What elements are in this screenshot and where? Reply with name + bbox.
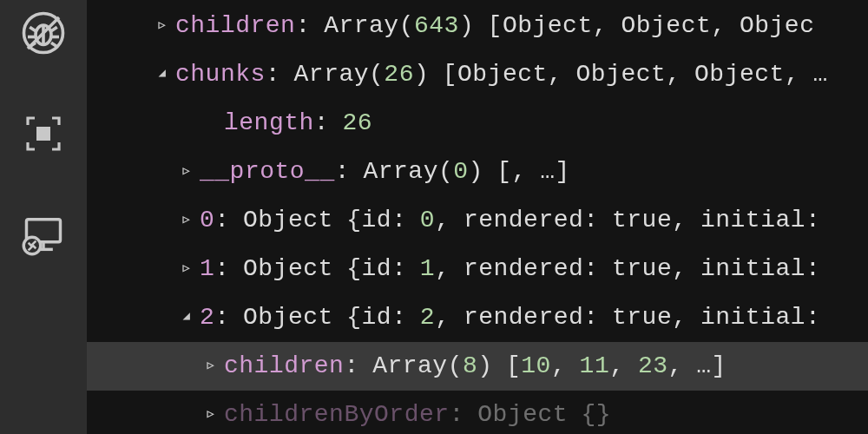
token-punc: ,	[668, 352, 683, 379]
twisty-closed-icon[interactable]: ▹	[149, 14, 175, 39]
token-bool: true	[612, 255, 672, 282]
twisty-closed-icon[interactable]: ▹	[198, 403, 224, 428]
token-punc: :	[314, 109, 329, 136]
token-punc: …	[813, 61, 828, 88]
token-punc: {	[346, 304, 361, 331]
token-num: 23	[638, 352, 668, 379]
token-punc: ,	[785, 61, 799, 88]
twisty-open-icon[interactable]: ◢	[149, 65, 175, 81]
token-type: Object	[477, 401, 568, 428]
token-key: __proto__	[200, 158, 335, 185]
twisty-closed-icon[interactable]: ▹	[174, 160, 200, 185]
token-key: chunks	[175, 61, 266, 88]
tree-row-content: chunks:Array(26)[Object,Object,Object,…	[175, 59, 828, 90]
token-punc: …]	[540, 158, 570, 185]
token-punc: ,	[672, 255, 687, 282]
token-num: 26	[343, 109, 373, 136]
token-key: 1	[200, 255, 214, 282]
token-type: Array	[372, 352, 448, 379]
tree-row-content: length:26	[224, 108, 372, 139]
token-num: 0	[420, 207, 435, 233]
tree-row-content: childrenByOrder:Object{}	[224, 399, 611, 431]
token-type: Object	[694, 61, 785, 88]
token-punc: :	[295, 12, 310, 39]
tree-row-content: __proto__:Array(0)[,…]	[200, 156, 570, 187]
token-punc: [,	[496, 158, 527, 185]
token-punc: {}	[581, 401, 611, 428]
remote-icon[interactable]	[19, 210, 68, 259]
token-punc: )	[459, 12, 474, 39]
token-type: Object	[457, 61, 548, 88]
tree-row-content: 0:Object{id:0,rendered:true,initial:	[200, 205, 820, 236]
token-punc: )	[477, 352, 492, 379]
token-punc: :	[806, 255, 820, 282]
tree-row[interactable]: ◢2:Object{id:2,rendered:true,initial:	[87, 293, 868, 342]
token-punc: [	[488, 12, 503, 39]
token-literal: initial	[700, 207, 806, 233]
token-punc: ,	[672, 207, 687, 233]
svg-line-4	[51, 27, 57, 31]
token-punc: :	[214, 207, 229, 233]
token-punc: :	[583, 207, 598, 233]
token-literal: id	[362, 207, 392, 233]
token-literal: rendered	[464, 255, 583, 282]
token-punc: )	[414, 61, 429, 88]
token-num: 10	[521, 352, 551, 379]
token-punc: :	[450, 401, 464, 428]
token-literal: rendered	[464, 207, 583, 233]
tree-row[interactable]: ▹children:Array(643)[Object,Object,Objec	[87, 2, 868, 50]
token-type: Object	[243, 304, 333, 331]
token-punc: :	[583, 304, 598, 331]
svg-line-3	[30, 27, 36, 31]
token-punc: ,	[666, 61, 681, 88]
token-punc: :	[391, 207, 406, 233]
token-punc: :	[214, 304, 229, 331]
tree-row[interactable]: ▹1:Object{id:1,rendered:true,initial:	[87, 245, 868, 293]
token-punc: ,	[548, 61, 562, 88]
token-punc: :	[806, 304, 820, 331]
token-punc: {	[346, 255, 361, 282]
token-num: 11	[580, 352, 610, 379]
tree-row[interactable]: ▹childrenByOrder:Object{}	[87, 391, 868, 434]
token-literal: initial	[700, 304, 806, 331]
svg-line-8	[51, 43, 57, 47]
token-punc: ,	[435, 255, 450, 282]
twisty-closed-icon[interactable]: ▹	[174, 257, 200, 282]
tree-row[interactable]: length:26	[87, 99, 868, 148]
token-punc: :	[335, 158, 350, 185]
svg-rect-10	[36, 127, 50, 141]
token-punc: ,	[609, 352, 624, 379]
token-type: Object	[621, 12, 711, 39]
tree-row[interactable]: ▹children:Array(8)[10,11,23,…]	[87, 342, 868, 391]
token-punc: (	[399, 12, 414, 39]
twisty-closed-icon[interactable]: ▹	[198, 354, 224, 379]
tree-row[interactable]: ▹__proto__:Array(0)[,…]	[87, 148, 868, 196]
token-punc: :	[266, 61, 280, 88]
expand-region-icon[interactable]	[19, 109, 68, 158]
token-type: Objec	[740, 12, 815, 39]
token-key: length	[224, 109, 314, 136]
token-bool: true	[612, 207, 672, 233]
token-key: 0	[200, 207, 214, 233]
twisty-closed-icon[interactable]: ▹	[174, 208, 200, 233]
token-num: 2	[420, 304, 435, 331]
token-punc: [	[506, 352, 521, 379]
token-num: 643	[414, 12, 459, 39]
token-punc: )	[469, 158, 483, 185]
token-type: Object	[576, 61, 667, 88]
tree-row[interactable]: ▹0:Object{id:0,rendered:true,initial:	[87, 196, 868, 245]
token-punc: ,	[672, 304, 687, 331]
token-punc: ,	[711, 12, 726, 39]
token-type: Array	[294, 61, 370, 88]
token-punc: {	[346, 207, 361, 233]
tree-row[interactable]: ◢chunks:Array(26)[Object,Object,Object,…	[87, 50, 868, 99]
token-num: 26	[384, 61, 414, 88]
token-type: Array	[324, 12, 399, 39]
token-bool: true	[612, 304, 672, 331]
twisty-open-icon[interactable]: ◢	[174, 308, 200, 324]
token-num: 1	[420, 255, 435, 282]
no-bug-icon[interactable]	[19, 9, 68, 57]
token-num: 8	[463, 352, 477, 379]
variables-panel[interactable]: ▹children:Array(643)[Object,Object,Objec…	[87, 0, 868, 434]
token-punc: :	[806, 207, 820, 233]
